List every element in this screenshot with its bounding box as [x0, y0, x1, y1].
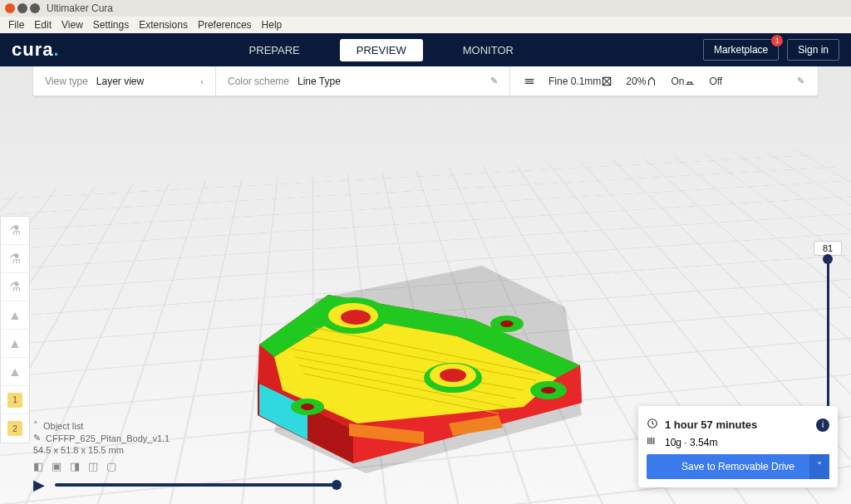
- clock-icon: [647, 418, 658, 432]
- application-menubar: File Edit View Settings Extensions Prefe…: [0, 17, 851, 33]
- support-icon: [646, 76, 657, 87]
- viewtype-dropdown[interactable]: View type Layer view ‹: [33, 66, 216, 95]
- view-front-icon[interactable]: ▣: [52, 460, 61, 472]
- play-simulation-button[interactable]: ▶: [33, 476, 45, 494]
- view-top-icon[interactable]: ◨: [70, 460, 80, 472]
- svg-point-24: [301, 404, 314, 410]
- info-icon[interactable]: i: [816, 418, 829, 432]
- minimize-window-button[interactable]: [17, 3, 27, 13]
- menu-preferences[interactable]: Preferences: [198, 19, 252, 31]
- cura-logo: cura.: [12, 39, 60, 61]
- material-amount: 10g · 3.54m: [665, 437, 717, 448]
- marketplace-button[interactable]: Marketplace 1: [703, 39, 779, 61]
- close-window-button[interactable]: [5, 3, 15, 13]
- menu-view[interactable]: View: [61, 19, 83, 31]
- simulation-timeline[interactable]: [55, 483, 337, 487]
- material-icon: [647, 435, 658, 449]
- window-title: Ultimaker Cura: [47, 2, 113, 14]
- save-to-drive-button[interactable]: Save to Removable Drive ˅: [647, 454, 829, 479]
- warning-badge-2[interactable]: 2: [1, 414, 29, 443]
- menu-help[interactable]: Help: [262, 19, 283, 31]
- svg-point-20: [500, 321, 514, 327]
- signin-button[interactable]: Sign in: [787, 39, 839, 61]
- menu-settings[interactable]: Settings: [93, 19, 129, 31]
- svg-point-22: [541, 387, 556, 394]
- svg-point-15: [341, 310, 371, 325]
- tool-flask-3-icon[interactable]: ⚗: [1, 273, 29, 301]
- tab-prepare[interactable]: PREPARE: [233, 39, 317, 61]
- menu-extensions[interactable]: Extensions: [139, 19, 188, 31]
- top-navigation-bar: cura. PREPARE PREVIEW MONITOR Marketplac…: [0, 33, 851, 66]
- print-settings-summary[interactable]: Fine 0.1mm 20% On Off ✎: [510, 66, 818, 95]
- print-summary-panel: 1 hour 57 minutes i 10g · 3.54m Save to …: [638, 406, 838, 487]
- layers-icon: [524, 76, 535, 87]
- pencil-icon: ✎: [797, 76, 804, 86]
- pencil-icon: ✎: [490, 76, 498, 86]
- tool-model-2-icon[interactable]: ▲: [1, 330, 29, 358]
- adhesion-icon: [684, 76, 696, 87]
- viewport-3d[interactable]: ⚗ ⚗ ⚗ ▲ ▲ ▲ 1 2 81 ˄ Object list ✎ CFFFP…: [0, 66, 851, 504]
- svg-point-18: [440, 369, 466, 382]
- object-list-item[interactable]: ✎ CFFFP_625_Pitan_Body_v1.1: [33, 433, 618, 443]
- tab-monitor[interactable]: MONITOR: [446, 39, 530, 61]
- menu-file[interactable]: File: [8, 19, 24, 31]
- tool-flask-1-icon[interactable]: ⚗: [1, 217, 29, 245]
- tab-preview[interactable]: PREVIEW: [340, 39, 423, 61]
- colorscheme-dropdown[interactable]: Color scheme Line Type ✎: [216, 66, 510, 95]
- maximize-window-button[interactable]: [30, 3, 40, 13]
- view-solid-icon[interactable]: ◧: [33, 460, 43, 472]
- infill-icon: [601, 76, 612, 87]
- pencil-icon: ✎: [33, 433, 41, 443]
- preview-toolbar: View type Layer view ‹ Color scheme Line…: [33, 66, 818, 96]
- view-left-icon[interactable]: ◫: [88, 460, 98, 472]
- object-dimensions: 54.5 x 51.8 x 15.5 mm: [33, 445, 618, 455]
- object-list-toggle[interactable]: ˄ Object list: [33, 420, 618, 431]
- warning-badge-1[interactable]: 1: [1, 386, 29, 414]
- chevron-up-icon: ˄: [33, 420, 38, 431]
- chevron-left-icon: ‹: [200, 76, 204, 86]
- tool-flask-2-icon[interactable]: ⚗: [1, 245, 29, 273]
- tool-model-3-icon[interactable]: ▲: [1, 358, 29, 386]
- window-titlebar: Ultimaker Cura: [0, 0, 851, 17]
- layer-slider-top-handle[interactable]: [823, 254, 833, 264]
- menu-edit[interactable]: Edit: [34, 19, 52, 31]
- view-right-icon[interactable]: ▢: [106, 460, 116, 472]
- bottom-bar: ˄ Object list ✎ CFFFP_625_Pitan_Body_v1.…: [33, 418, 618, 494]
- marketplace-badge: 1: [771, 35, 783, 46]
- tool-model-1-icon[interactable]: ▲: [1, 301, 29, 330]
- print-time: 1 hour 57 minutes: [665, 418, 757, 431]
- save-dropdown-chevron-icon[interactable]: ˅: [809, 454, 829, 479]
- left-tool-dock: ⚗ ⚗ ⚗ ▲ ▲ ▲ 1 2: [0, 216, 30, 443]
